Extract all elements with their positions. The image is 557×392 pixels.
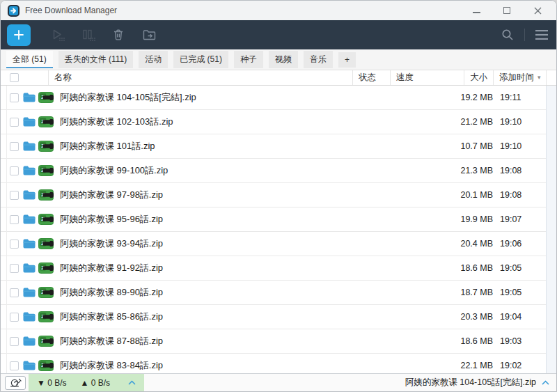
current-file-name: 阿姨的家教课 104-105話[完結].zip xyxy=(405,377,536,389)
current-file-panel[interactable]: 阿姨的家教课 104-105話[完結].zip xyxy=(405,377,556,389)
minimize-icon[interactable] xyxy=(471,6,481,15)
rows-host: Z 阿姨的家教课 104-105話[完結].zip 19.2 MB 19:11 xyxy=(1,86,556,373)
table-row[interactable]: Z 阿姨的家教课 102-103話.zip 21.2 MB 19:10 xyxy=(1,110,556,134)
search-button[interactable] xyxy=(499,26,516,43)
row-checkbox[interactable] xyxy=(10,93,19,102)
tab[interactable]: 活动 xyxy=(139,51,168,68)
zip-file-icon: Z xyxy=(38,336,54,347)
pause-all-button[interactable] xyxy=(79,26,96,43)
file-name: 阿姨的家教课 89-90話.zip xyxy=(60,286,395,299)
start-all-button[interactable] xyxy=(49,26,65,43)
file-size: 20.3 MB xyxy=(395,312,493,322)
close-icon[interactable] xyxy=(533,6,542,15)
table-row[interactable]: Z 阿姨的家教课 95-96話.zip 19.9 MB 19:07 xyxy=(1,207,556,232)
tab[interactable]: 丢失的文件 (111) xyxy=(58,51,134,68)
file-size: 19.9 MB xyxy=(395,214,493,224)
row-checkbox[interactable] xyxy=(10,166,19,175)
file-name: 阿姨的家教课 95-96話.zip xyxy=(60,213,395,226)
folder-icon xyxy=(23,93,36,102)
file-size: 18.6 MB xyxy=(395,336,493,346)
toolbar-right xyxy=(499,26,550,43)
zip-file-icon: Z xyxy=(38,238,54,249)
tab[interactable]: + xyxy=(338,52,356,68)
select-all-cell xyxy=(1,70,48,85)
select-all-checkbox[interactable] xyxy=(10,73,19,82)
table-row[interactable]: Z 阿姨的家教课 91-92話.zip 18.6 MB 19:05 xyxy=(1,256,556,281)
folder-icon xyxy=(23,361,36,370)
file-name: 阿姨的家教课 83-84話.zip xyxy=(60,359,395,372)
toolbar-separator xyxy=(524,29,525,41)
file-name: 阿姨的家教课 104-105話[完結].zip xyxy=(60,91,395,104)
row-checkbox[interactable] xyxy=(10,142,19,151)
zip-file-icon: Z xyxy=(38,189,54,201)
zip-file-icon: Z xyxy=(38,360,54,371)
tab[interactable]: 音乐 xyxy=(304,51,333,68)
table-row[interactable]: Z 阿姨的家教课 101話.zip 10.7 MB 19:10 xyxy=(1,134,556,159)
file-name: 阿姨的家教课 97-98話.zip xyxy=(60,189,395,201)
current-file-chevron-up-icon[interactable] xyxy=(542,380,549,385)
column-header-name[interactable]: 名称 xyxy=(48,70,352,85)
folder-icon xyxy=(23,190,36,200)
maximize-icon[interactable] xyxy=(502,6,512,15)
row-checkbox[interactable] xyxy=(10,191,19,200)
delete-button[interactable] xyxy=(110,26,127,43)
download-speed: ▼ 0 B/s xyxy=(37,378,67,388)
tab-label: + xyxy=(345,55,350,65)
folder-icon xyxy=(23,312,36,322)
column-header-size[interactable]: 大小 xyxy=(464,70,493,85)
table-row[interactable]: Z 阿姨的家教课 99-100話.zip 21.3 MB 19:08 xyxy=(1,159,556,183)
row-checkbox[interactable] xyxy=(10,337,19,346)
table-row[interactable]: Z 阿姨的家教课 97-98話.zip 20.1 MB 19:08 xyxy=(1,183,556,207)
menu-button[interactable] xyxy=(533,26,550,43)
table-row[interactable]: Z 阿姨的家教课 93-94話.zip 20.4 MB 19:06 xyxy=(1,232,556,256)
open-folder-button[interactable] xyxy=(141,26,157,43)
folder-icon xyxy=(23,141,36,151)
zip-file-icon: Z xyxy=(38,116,54,127)
added-time: 19:06 xyxy=(493,239,546,249)
table-row[interactable]: Z 阿姨的家教课 85-86話.zip 20.3 MB 19:04 xyxy=(1,305,556,329)
tab[interactable]: 已完成 (51) xyxy=(173,51,228,68)
table-row[interactable]: Z 阿姨的家教课 87-88話.zip 18.6 MB 19:03 xyxy=(1,329,556,354)
table-row[interactable]: Z 阿姨的家教课 89-90話.zip 18.7 MB 19:05 xyxy=(1,281,556,305)
hamburger-icon xyxy=(535,30,548,40)
file-size: 21.3 MB xyxy=(395,166,493,175)
tab[interactable]: 种子 xyxy=(234,51,263,68)
status-bar: ▼ 0 B/s ▲ 0 B/s 阿姨的家教课 104-105話[完結].zip xyxy=(1,373,556,391)
table-row[interactable]: Z 阿姨的家教课 104-105話[完結].zip 19.2 MB 19:11 xyxy=(1,86,556,110)
add-download-button[interactable] xyxy=(7,24,31,46)
added-time: 19:11 xyxy=(493,93,546,102)
speed-panel-chevron-up-icon[interactable] xyxy=(128,380,136,385)
tab[interactable]: 全部 (51) xyxy=(6,51,53,68)
added-time: 19:05 xyxy=(493,263,546,273)
speed-limit-button[interactable] xyxy=(5,376,26,390)
row-checkbox[interactable] xyxy=(10,118,19,127)
added-time: 19:07 xyxy=(493,214,546,224)
row-checkbox[interactable] xyxy=(10,240,19,249)
file-size: 18.6 MB xyxy=(395,263,493,273)
column-header-status[interactable]: 状态 xyxy=(352,70,390,85)
folder-icon xyxy=(23,166,36,175)
zip-file-icon: Z xyxy=(38,287,54,298)
trash-icon xyxy=(111,28,125,42)
file-name: 阿姨的家教课 93-94話.zip xyxy=(60,237,395,250)
row-checkbox[interactable] xyxy=(10,361,19,370)
column-header-added-time[interactable]: 添加时间 ▾ xyxy=(493,70,546,85)
zip-file-icon: Z xyxy=(38,311,54,322)
scrollbar-track[interactable] xyxy=(546,86,556,373)
row-checkbox[interactable] xyxy=(10,264,19,273)
folder-icon xyxy=(23,214,36,224)
column-label: 状态 xyxy=(359,72,376,84)
speed-panel[interactable]: ▼ 0 B/s ▲ 0 B/s xyxy=(29,374,144,391)
file-size: 18.7 MB xyxy=(395,288,493,297)
file-size: 22.1 MB xyxy=(395,361,493,370)
row-checkbox[interactable] xyxy=(10,313,19,322)
column-header-speed[interactable]: 速度 xyxy=(390,70,464,85)
folder-icon xyxy=(23,288,36,297)
tab[interactable]: 视频 xyxy=(269,51,298,68)
added-time: 19:08 xyxy=(493,166,546,175)
row-checkbox[interactable] xyxy=(10,215,19,224)
row-checkbox[interactable] xyxy=(10,288,19,297)
folder-icon xyxy=(23,117,36,127)
table-row[interactable]: Z 阿姨的家教课 83-84話.zip 22.1 MB 19:02 xyxy=(1,354,556,373)
file-name: 阿姨的家教课 102-103話.zip xyxy=(60,116,395,128)
